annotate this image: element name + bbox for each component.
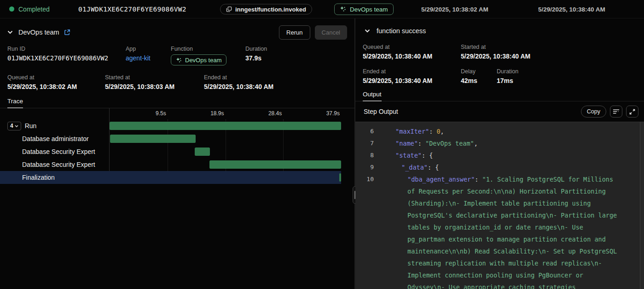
expand-button[interactable] — [626, 106, 638, 118]
code-token: "1. Scaling PostgreSQL for Millions of R… — [407, 176, 621, 289]
step-queued-field: Queued at 5/29/2025, 10:38:40 AM — [363, 44, 461, 60]
child-count-toggle[interactable]: 4 — [7, 122, 21, 130]
step-ended-label: Ended at — [363, 68, 461, 75]
trace-row-chart — [109, 158, 341, 171]
run-id-label: Run ID — [7, 46, 126, 52]
step-output-title: Step Output — [364, 108, 398, 115]
code-text: "name": "DevOps team", — [389, 137, 500, 149]
trace-row-name: Database Security Expert — [22, 148, 95, 155]
step-duration-label: Duration — [497, 68, 518, 75]
code-token: : { — [422, 152, 433, 159]
collapse-chevron-icon[interactable] — [365, 29, 370, 33]
collapse-chevron-icon[interactable] — [7, 30, 13, 34]
right-panel-tabs: Output — [355, 90, 644, 101]
step-delay-field: Delay 42ms — [461, 68, 497, 84]
tab-output[interactable]: Output — [363, 91, 382, 101]
axis-tick: 9.5s — [156, 110, 168, 117]
topbar-run-id: 01JWDK1XE6C270F6YE69086VW2 — [78, 6, 186, 13]
step-ended-value: 5/29/2025, 10:38:40 AM — [363, 77, 461, 84]
step-detail-panel: function success Queued at 5/29/2025, 10… — [355, 18, 644, 289]
trace-row-name: Database administrator — [22, 135, 89, 142]
code-token: "maxIter" — [395, 128, 429, 135]
trace-row[interactable]: Finalization — [0, 171, 341, 184]
topbar-start-time: 5/29/2025, 10:38:02 AM — [421, 6, 488, 12]
expand-icon — [629, 109, 635, 115]
status-label: Completed — [18, 6, 50, 13]
code-token: , — [474, 140, 478, 147]
started-at-value: 5/29/2025, 10:38:03 AM — [105, 83, 204, 90]
sparkle-icon — [340, 6, 346, 12]
ended-at-value: 5/29/2025, 10:38:40 AM — [204, 83, 273, 90]
code-line: 9"_data": { — [355, 161, 644, 173]
run-id-field: Run ID 01JWDK1XE6C270F6YE69086VW2 — [7, 46, 126, 65]
trace-bar[interactable] — [209, 160, 341, 169]
trace-row-label: Database Security Expert — [0, 148, 109, 155]
code-token: : — [418, 140, 425, 147]
left-panel-tabs: Trace — [0, 97, 354, 108]
code-token: "state" — [395, 152, 422, 159]
step-title: function success — [377, 27, 426, 35]
code-token: , — [441, 128, 444, 135]
queued-at-value: 5/29/2025, 10:38:02 AM — [7, 83, 105, 90]
status-dot-icon — [9, 6, 14, 12]
code-token: "_data" — [401, 164, 428, 171]
queued-at-field: Queued at 5/29/2025, 10:38:02 AM — [7, 74, 105, 90]
function-field-badge[interactable]: DevOps team — [171, 54, 226, 65]
function-field: Function DevOps team — [171, 46, 245, 65]
code-token: : { — [428, 164, 439, 171]
event-badge-label: inngest/function.invoked — [235, 6, 306, 12]
external-link-icon[interactable] — [64, 29, 70, 35]
step-started-field: Started at 5/29/2025, 10:38:40 AM — [461, 44, 530, 60]
trace-row-chart — [109, 132, 341, 145]
code-text: "maxIter": 0, — [389, 125, 466, 137]
code-token: : — [475, 176, 482, 183]
duration-field: Duration 37.9s — [245, 46, 267, 65]
trace-bar[interactable] — [110, 135, 196, 143]
started-at-field: Started at 5/29/2025, 10:38:03 AM — [105, 74, 204, 90]
line-number: 9 — [355, 161, 374, 173]
trace-bar[interactable] — [110, 122, 341, 130]
trace-row-chart — [109, 145, 341, 158]
step-output-code[interactable]: 6"maxIter": 0,7"name": "DevOps team",8"s… — [355, 122, 644, 289]
queued-at-label: Queued at — [7, 74, 105, 81]
started-at-label: Started at — [105, 74, 204, 81]
step-started-value: 5/29/2025, 10:38:40 AM — [461, 53, 530, 60]
axis-tick: 18.9s — [210, 110, 225, 117]
code-line: 8"state": { — [355, 149, 644, 161]
run-id-value: 01JWDK1XE6C270F6YE69086VW2 — [7, 54, 126, 62]
trace-row[interactable]: Database administrator — [0, 132, 341, 145]
code-line: 10"dba_agent_answer": "1. Scaling Postgr… — [355, 173, 644, 289]
app-link[interactable]: agent-kit — [126, 54, 151, 62]
code-line: 7"name": "DevOps team", — [355, 137, 644, 149]
tab-trace[interactable]: Trace — [7, 98, 23, 108]
trace-row[interactable]: 4Run — [0, 119, 341, 132]
code-token: "dba_agent_answer" — [407, 176, 475, 183]
line-number: 10 — [355, 173, 374, 185]
rerun-button[interactable]: Rerun — [279, 25, 310, 40]
step-output-header: Step Output Copy — [355, 101, 644, 122]
code-scrollbar[interactable] — [640, 122, 644, 289]
child-count: 4 — [10, 123, 13, 129]
step-started-label: Started at — [461, 44, 530, 50]
trace-bar[interactable] — [339, 173, 341, 182]
ended-at-label: Ended at — [204, 74, 273, 81]
step-queued-value: 5/29/2025, 10:38:40 AM — [363, 53, 461, 60]
function-badge[interactable]: DevOps team — [334, 3, 394, 15]
trace-row-chart — [109, 171, 341, 184]
duration-value: 37.9s — [245, 54, 267, 62]
word-wrap-button[interactable] — [610, 106, 622, 118]
step-ended-field: Ended at 5/29/2025, 10:38:40 AM — [363, 68, 461, 84]
trace-row[interactable]: Database Security Expert — [0, 158, 341, 171]
step-delay-value: 42ms — [461, 77, 497, 84]
trace-bar[interactable] — [195, 147, 210, 156]
axis-tick: 37.9s — [326, 110, 341, 117]
function-badge-label: DevOps team — [350, 6, 388, 12]
line-number: 7 — [355, 137, 374, 149]
run-detail-panel: DevOps team Rerun Cancel Run ID 01JWDK1X… — [0, 18, 354, 289]
copy-button[interactable]: Copy — [581, 106, 606, 118]
code-token: "name" — [395, 140, 418, 147]
cancel-button[interactable]: Cancel — [315, 25, 347, 40]
chevron-down-icon — [15, 125, 18, 127]
trace-row[interactable]: Database Security Expert — [0, 145, 341, 158]
event-badge[interactable]: inngest/function.invoked — [220, 4, 312, 14]
